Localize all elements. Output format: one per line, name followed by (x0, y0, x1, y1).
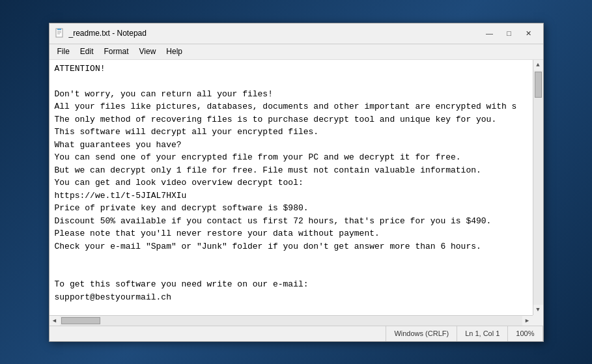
maximize-button[interactable]: □ (500, 26, 518, 40)
scroll-track-horizontal[interactable] (60, 316, 522, 326)
svg-rect-1 (57, 29, 61, 30)
title-bar: _readme.txt - Notepad — □ ✕ (49, 23, 543, 44)
scroll-up-arrow[interactable]: ▲ (533, 60, 543, 70)
notepad-icon (55, 28, 65, 38)
menu-item-help[interactable]: Help (161, 46, 188, 57)
menu-bar: File Edit Format View Help (49, 44, 543, 60)
text-editor[interactable] (49, 60, 543, 315)
window-title: _readme.txt - Notepad (69, 29, 147, 38)
menu-item-file[interactable]: File (52, 46, 75, 57)
scroll-thumb-vertical[interactable] (535, 72, 542, 98)
status-position: Ln 1, Col 1 (457, 326, 508, 341)
status-zoom: 100% (508, 326, 543, 341)
status-empty (49, 326, 387, 341)
menu-item-view[interactable]: View (134, 46, 162, 57)
scroll-thumb-horizontal[interactable] (61, 317, 100, 324)
minimize-button[interactable]: — (481, 26, 499, 40)
horizontal-scrollbar[interactable]: ◀ ▶ (49, 315, 543, 326)
menu-item-edit[interactable]: Edit (75, 46, 99, 57)
scroll-down-arrow[interactable]: ▼ (533, 305, 543, 315)
menu-item-format[interactable]: Format (99, 46, 134, 57)
scroll-track-vertical[interactable] (533, 70, 543, 305)
notepad-window: _readme.txt - Notepad — □ ✕ File Edit Fo… (49, 23, 544, 342)
status-bar: Windows (CRLF) Ln 1, Col 1 100% (49, 326, 543, 341)
scroll-right-arrow[interactable]: ▶ (522, 315, 533, 326)
window-controls: — □ ✕ (481, 26, 538, 40)
status-encoding: Windows (CRLF) (386, 326, 457, 341)
scroll-left-arrow[interactable]: ◀ (49, 315, 60, 326)
text-area-wrapper: ▲ ▼ (49, 60, 543, 315)
close-button[interactable]: ✕ (520, 26, 538, 40)
scroll-corner (533, 315, 543, 326)
title-bar-left: _readme.txt - Notepad (55, 28, 147, 38)
vertical-scrollbar[interactable]: ▲ ▼ (533, 60, 543, 315)
